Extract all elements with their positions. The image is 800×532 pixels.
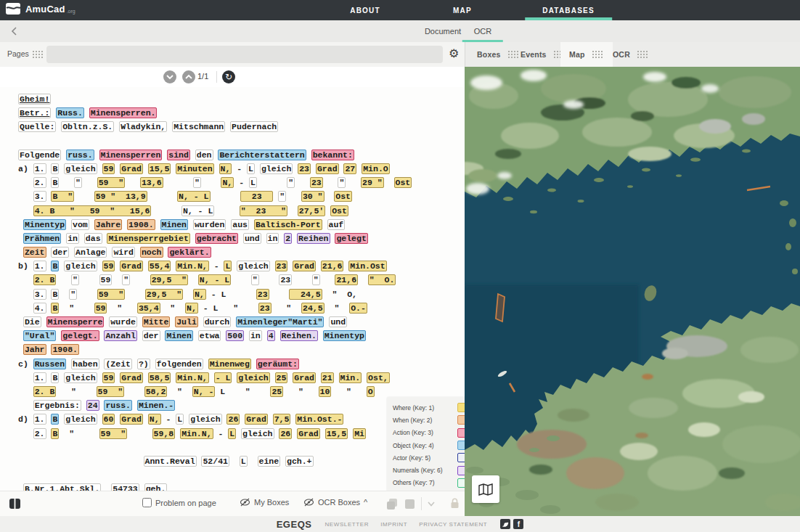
ocr-word[interactable]: 25 [275,372,288,383]
rotate-page-button[interactable]: ↻ [222,70,235,83]
ocr-word[interactable]: Zeit [23,247,46,258]
ocr-word[interactable]: und [329,316,347,327]
ocr-word[interactable]: Minen [160,219,189,230]
ocr-word[interactable]: Grad [120,372,143,383]
ocr-word[interactable]: geklärt. [168,247,211,258]
ocr-word[interactable]: Minentyp [323,330,366,341]
ocr-word[interactable]: Baltisch-Port [254,219,322,230]
ocr-word[interactable]: Ost [334,191,352,202]
reader-view-icon[interactable] [9,498,20,510]
ocr-word[interactable]: B.Nr.1.Abt.Skl. [23,483,102,491]
ocr-word[interactable]: " [287,177,295,188]
ocr-word[interactable]: Pudernach [230,121,278,132]
ocr-word[interactable]: gleich [237,261,269,271]
ocr-word[interactable]: 60 [102,414,115,425]
back-chevron-icon[interactable] [9,25,20,37]
ocr-word[interactable]: bekannt: [311,150,354,160]
ocr-word[interactable]: 29,5 " [150,274,188,285]
nav-item-map[interactable]: MAP [436,0,489,20]
ocr-word[interactable]: " [69,289,77,300]
ocr-word[interactable]: Russ. [56,107,84,118]
ocr-word[interactable]: N, [221,177,234,188]
ocr-word[interactable]: gleich [64,261,97,271]
ocr-word[interactable]: Betr.: [18,107,51,118]
ocr-word[interactable]: geräumt: [256,359,299,369]
lock-icon[interactable] [450,498,460,509]
my-boxes-toggle[interactable]: My Boxes [240,498,289,507]
ocr-word[interactable]: " [193,177,201,188]
ocr-word[interactable]: 1. [33,261,46,271]
nav-item-databases[interactable]: DATABASES [525,0,612,20]
footer-link-imprint[interactable]: IMPRINT [380,521,407,528]
ocr-word[interactable]: gelegt [335,233,367,244]
ocr-word[interactable]: " [278,191,286,202]
ocr-word[interactable]: B [51,372,59,383]
ocr-word[interactable]: B [51,303,59,314]
page-down-button[interactable] [163,70,176,83]
ocr-word[interactable]: Min.N, [176,261,208,271]
ocr-word[interactable]: 1908. [127,219,155,230]
ocr-word[interactable]: N, [185,303,198,314]
ocr-word[interactable]: 25 [270,386,283,397]
ocr-word[interactable]: Min. [339,372,362,383]
ocr-word[interactable]: 21 [321,372,334,383]
ocr-word[interactable]: 59 " 13,9 [94,191,147,202]
ocr-word[interactable]: 26 [279,428,292,439]
ocr-word[interactable]: Annt.Reval [144,456,197,467]
ocr-word[interactable]: Jahre [94,219,123,230]
ocr-word[interactable]: Mitte [142,316,171,327]
ocr-word[interactable]: B [51,289,59,300]
ocr-word[interactable]: aus [231,219,249,230]
ocr-word[interactable]: Minen.- [137,400,175,411]
ocr-word[interactable]: L [224,261,232,271]
ocr-word[interactable]: O [367,386,375,397]
ocr-word[interactable]: 13,6 [140,177,163,188]
ocr-word[interactable]: Min.Ost [348,261,386,271]
ocr-word[interactable]: N, - L [177,191,210,202]
ocr-word[interactable]: Minensperrgebiet [107,233,189,244]
ocr-word[interactable]: 4 [267,330,275,341]
ocr-word[interactable]: den [195,150,213,160]
ocr-boxes-toggle[interactable]: OCR Boxes ^ [303,498,367,507]
ocr-word[interactable]: N, - [192,386,216,397]
ocr-word[interactable]: N, [148,414,161,425]
ocr-word[interactable]: Min.N, [176,372,208,383]
ocr-word[interactable]: 29,5 " [145,289,183,300]
ocr-word[interactable]: Minuten [176,163,213,174]
ocr-word[interactable]: der [51,247,69,258]
ocr-word[interactable]: 10 [319,386,332,397]
ocr-word[interactable]: 54733 [111,483,139,491]
ocr-word[interactable]: Minensperren [99,150,163,160]
ocr-word[interactable]: 27 [343,163,356,174]
ocr-word[interactable]: Ergebnis: [33,400,81,411]
ocr-word[interactable]: Minentyp [23,219,66,230]
ocr-word[interactable]: 4. B " 59 " 15,6 [33,205,152,216]
ocr-word[interactable]: 59 [94,303,107,314]
footer-link-newsletter[interactable]: NEWSLETTER [325,521,369,528]
ocr-word[interactable]: 23 [240,191,273,202]
ocr-word[interactable]: Wladykin, [119,121,167,132]
ocr-word[interactable]: 2. B [33,274,57,285]
ocr-word[interactable]: Grad [120,414,143,425]
ocr-word[interactable]: 15,5 [148,163,171,174]
pages-thumbnail-strip[interactable] [46,46,443,63]
ocr-word[interactable]: " [122,274,130,285]
tab-ocr[interactable]: OCR [467,20,499,42]
ocr-word[interactable]: 26 [226,414,240,425]
ocr-word[interactable]: B [51,428,59,439]
ocr-word[interactable]: 35,4 [137,303,160,314]
ocr-word[interactable]: " [71,274,79,285]
ocr-word[interactable]: Die [23,316,41,327]
ocr-word[interactable]: Russen [33,359,66,369]
ocr-word[interactable]: 55,4 [148,261,171,271]
ocr-word[interactable]: N, [193,289,206,300]
ocr-word[interactable]: sind [167,150,190,160]
ocr-word[interactable]: 7,5 [273,414,291,425]
grid-dots-icon[interactable] [637,50,649,59]
map-layers-button[interactable] [472,475,499,503]
ocr-word[interactable]: Gheim! [18,94,51,105]
ocr-word[interactable]: " [74,177,82,188]
ocr-word[interactable]: Ost [330,205,348,216]
ocr-word[interactable]: 21,6 [321,261,344,271]
ocr-word[interactable]: Prähmen [23,233,61,244]
